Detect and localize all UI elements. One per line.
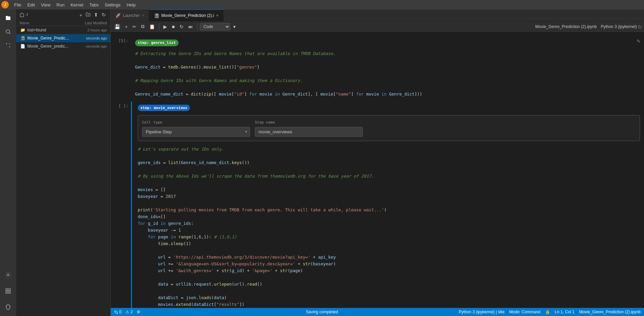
tab-icon-launcher: 🚀 bbox=[115, 13, 121, 18]
menu-view[interactable]: View bbox=[38, 2, 53, 8]
main-layout: / + ⬆ ↻ Name Last Modified 📁 lost+found … bbox=[0, 9, 644, 316]
svg-rect-8 bbox=[9, 292, 10, 293]
step-name-label: Step name bbox=[255, 120, 363, 126]
svg-point-2 bbox=[6, 43, 7, 44]
tab-close-launcher[interactable]: × bbox=[142, 13, 144, 18]
col-name-header: Name bbox=[20, 21, 66, 25]
status-branch[interactable]: 0 bbox=[114, 310, 122, 314]
tab-bar: 🚀 Launcher × 📓 Movie_Genre_Prediction (2… bbox=[111, 9, 644, 22]
step-name-input[interactable] bbox=[255, 127, 363, 137]
tab-label-launcher: Launcher bbox=[123, 13, 140, 18]
file-name: lost+found bbox=[27, 28, 70, 32]
sidebar-title: / bbox=[20, 12, 28, 17]
svg-point-5 bbox=[7, 274, 9, 276]
tab-notebook[interactable]: 📓 Movie_Genre_Prediction (2).i × bbox=[149, 9, 223, 21]
cell-form: Cell type Pipeline Step Step name bbox=[138, 115, 640, 141]
activity-debug[interactable] bbox=[2, 301, 14, 313]
status-lock-icon: 🔒 bbox=[545, 310, 550, 314]
activity-extensions[interactable] bbox=[2, 285, 14, 297]
new-folder-btn[interactable] bbox=[85, 11, 91, 18]
svg-point-3 bbox=[9, 46, 10, 47]
file-modified: 2 hours ago bbox=[70, 28, 107, 32]
status-position: Ln 1, Col 1 bbox=[555, 310, 574, 314]
file-modified: seconds ago bbox=[70, 44, 107, 48]
paste-btn[interactable]: 📋 bbox=[147, 23, 157, 30]
run-all-btn[interactable]: ⏭ bbox=[187, 23, 195, 30]
notebook-content: [5]: step: genres_list # Extracting the … bbox=[111, 32, 644, 308]
file-name: Movie_Genre_predic... bbox=[27, 44, 70, 49]
cut-btn[interactable]: ✂ bbox=[131, 23, 138, 30]
status-errors[interactable]: ⚠ 2 bbox=[126, 310, 133, 314]
run-cell-btn[interactable]: ▶ bbox=[162, 23, 169, 30]
menu-help[interactable]: Help bbox=[124, 2, 138, 8]
file-icon: 📄 bbox=[20, 43, 26, 49]
activity-settings[interactable] bbox=[2, 269, 14, 281]
sidebar-action-buttons: + ⬆ ↻ bbox=[78, 11, 107, 18]
upload-btn[interactable]: ⬆ bbox=[93, 11, 99, 18]
svg-rect-6 bbox=[6, 289, 7, 290]
tab-label-notebook: Movie_Genre_Prediction (2).i bbox=[161, 13, 214, 18]
status-left: 0 ⚠ 2 ⚙ bbox=[114, 310, 140, 314]
activity-files[interactable] bbox=[2, 12, 14, 24]
file-item-Movie_Genre_Predic...[interactable]: 📓 Movie_Genre_Predic... seconds ago bbox=[16, 34, 110, 42]
status-saving: Saving completed bbox=[306, 310, 338, 314]
refresh-btn[interactable]: ↻ bbox=[101, 11, 107, 18]
menu-settings[interactable]: Settings bbox=[102, 2, 123, 8]
cell-type-select[interactable]: Code Markdown Raw bbox=[200, 23, 230, 30]
svg-point-12 bbox=[115, 311, 116, 312]
file-list-header: Name Last Modified bbox=[16, 20, 110, 26]
copy-btn[interactable]: ⧉ bbox=[139, 23, 146, 30]
svg-rect-9 bbox=[6, 292, 7, 293]
svg-point-4 bbox=[9, 43, 10, 44]
cell-5: [5]: step: genres_list # Extracting the … bbox=[111, 36, 644, 100]
cell-5-edit-btn[interactable]: ✎ bbox=[637, 38, 641, 44]
menu-tabs[interactable]: Tabs bbox=[87, 2, 101, 8]
file-modified: seconds ago bbox=[70, 36, 107, 40]
kernel-display: Movie_Genre_Prediction (2).ipynb bbox=[535, 24, 597, 29]
status-mode: Mode: Command bbox=[509, 310, 540, 314]
file-list: 📁 lost+found 2 hours ago 📓 Movie_Genre_P… bbox=[16, 26, 110, 316]
menu-run[interactable]: Run bbox=[54, 2, 67, 8]
notebook-toolbar: 💾 + ✂ ⧉ 📋 ▶ ■ ↻ ⏭ Code Markdown Raw ▾ Mo… bbox=[111, 22, 644, 32]
step-badge-genres-list: step: genres_list bbox=[135, 40, 179, 46]
file-item-Movie_Genre_predic...[interactable]: 📄 Movie_Genre_predic... seconds ago bbox=[16, 42, 110, 50]
cell-active-bar bbox=[131, 102, 132, 308]
status-settings[interactable]: ⚙ bbox=[137, 310, 140, 314]
cell-type-dropdown[interactable]: Pipeline Step bbox=[142, 127, 250, 137]
tab-close-notebook[interactable]: × bbox=[216, 13, 218, 18]
cell-5-content[interactable]: step: genres_list # Extracting the Genre… bbox=[131, 36, 644, 100]
cell-type-select-wrapper: Pipeline Step bbox=[142, 127, 250, 137]
menu-bar: J File Edit View Run Kernel Tabs Setting… bbox=[0, 0, 644, 9]
tab-launcher[interactable]: 🚀 Launcher × bbox=[111, 9, 149, 21]
status-right: Python 3 (ipykernel) | Idle Mode: Comman… bbox=[459, 310, 641, 314]
activity-bar bbox=[0, 9, 16, 316]
new-file-btn[interactable]: + bbox=[78, 11, 83, 18]
cell-6: [ ]: step: movie_overviews Cell type bbox=[111, 102, 644, 308]
menu-file[interactable]: File bbox=[11, 2, 24, 8]
file-explorer-sidebar: / + ⬆ ↻ Name Last Modified 📁 lost+found … bbox=[16, 9, 111, 316]
svg-point-13 bbox=[117, 313, 118, 314]
svg-line-1 bbox=[9, 33, 10, 34]
file-item-lost+found[interactable]: 📁 lost+found 2 hours ago bbox=[16, 26, 110, 34]
step-badge-movie-overviews: step: movie_overviews bbox=[138, 105, 190, 111]
cell-type-chevron[interactable]: ▾ bbox=[232, 23, 237, 30]
menu-kernel[interactable]: Kernel bbox=[68, 2, 86, 8]
status-kernel[interactable]: Python 3 (ipykernel) | Idle bbox=[459, 310, 505, 314]
activity-git[interactable] bbox=[2, 39, 14, 51]
stop-btn[interactable]: ■ bbox=[170, 23, 176, 30]
cell-5-gutter: [5]: bbox=[111, 36, 131, 100]
col-modified-header: Last Modified bbox=[66, 21, 107, 25]
tab-icon-notebook: 📓 bbox=[154, 13, 159, 18]
save-btn[interactable]: 💾 bbox=[113, 23, 122, 30]
menu-edit[interactable]: Edit bbox=[25, 2, 37, 8]
kernel-type: Python 3 (ipykernel) ⭮ bbox=[601, 24, 642, 29]
restart-btn[interactable]: ↻ bbox=[178, 23, 185, 30]
activity-search[interactable] bbox=[2, 26, 14, 38]
sep1 bbox=[159, 23, 159, 30]
status-bar: 0 ⚠ 2 ⚙ Saving completed Python 3 (ipyke… bbox=[111, 308, 644, 316]
cell-6-content[interactable]: step: movie_overviews Cell type Pipeline… bbox=[131, 102, 644, 308]
add-cell-btn[interactable]: + bbox=[123, 23, 129, 30]
editor-area: 🚀 Launcher × 📓 Movie_Genre_Prediction (2… bbox=[111, 9, 644, 316]
cell-type-field: Cell type Pipeline Step bbox=[142, 120, 250, 137]
sidebar-header: / + ⬆ ↻ bbox=[16, 9, 110, 20]
